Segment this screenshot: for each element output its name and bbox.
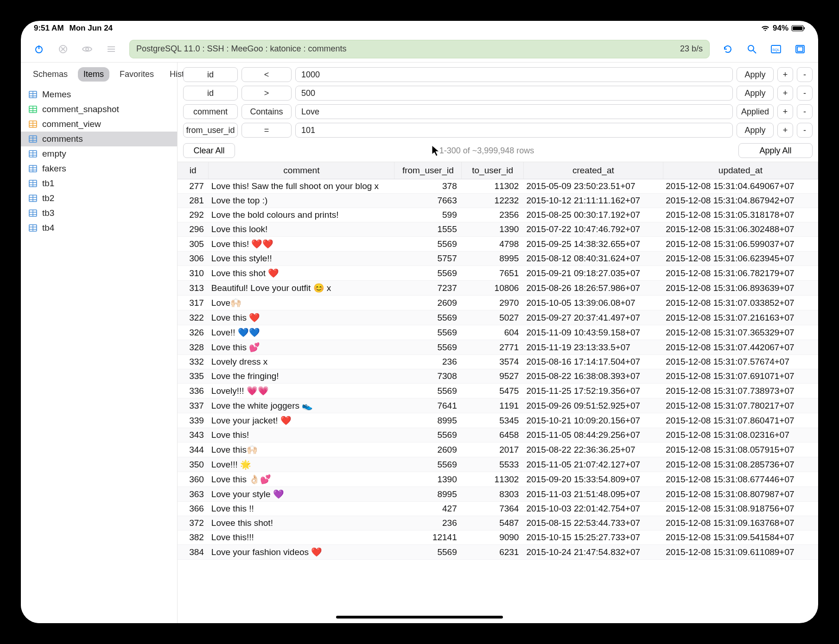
cell-from[interactable]: 2609: [394, 296, 462, 310]
filter-op-select[interactable]: Contains: [242, 104, 292, 119]
cell-to[interactable]: 5027: [462, 310, 524, 325]
cell-updated[interactable]: 2015-12-08 15:31:04.649067+07: [663, 179, 818, 194]
cell-created[interactable]: 2015-11-05 08:44:29.256+07: [523, 428, 663, 442]
cell-updated[interactable]: 2015-12-08 15:31:07.216163+07: [663, 310, 818, 325]
cell-id[interactable]: 360: [178, 472, 209, 487]
cell-created[interactable]: 2015-08-15 22:53:44.733+07: [523, 516, 663, 530]
cell-created[interactable]: 2015-08-16 17:14:17.504+07: [523, 355, 663, 369]
cell-from[interactable]: 5569: [394, 384, 462, 398]
cell-comment[interactable]: Love this !!: [209, 502, 394, 516]
cell-created[interactable]: 2015-07-22 10:47:46.792+07: [523, 222, 663, 237]
power-icon[interactable]: [29, 39, 49, 59]
table-row[interactable]: 296 Love this look! 1555 1390 2015-07-22…: [178, 222, 818, 237]
col-header-created[interactable]: created_at: [523, 162, 663, 179]
table-row[interactable]: 313 Beautiful! Love your outfit 😊 x 7237…: [178, 281, 818, 296]
col-header-from[interactable]: from_user_id: [394, 162, 462, 179]
cell-comment[interactable]: Love this style!!: [209, 252, 394, 266]
cell-from[interactable]: 8995: [394, 487, 462, 502]
filter-op-select[interactable]: <: [242, 67, 292, 82]
cell-updated[interactable]: 2015-12-08 15:31:07.691071+07: [663, 369, 818, 384]
cell-id[interactable]: 372: [178, 516, 209, 530]
tab-items[interactable]: Items: [78, 67, 109, 82]
cell-from[interactable]: 236: [394, 516, 462, 530]
cell-to[interactable]: 3574: [462, 355, 524, 369]
table-row[interactable]: 336 Lovely!!! 💗💗 5569 5475 2015-11-25 17…: [178, 384, 818, 398]
filter-remove-button[interactable]: -: [797, 123, 813, 138]
cell-created[interactable]: 2015-08-25 00:30:17.192+07: [523, 208, 663, 222]
cell-updated[interactable]: 2015-12-08 15:31:09.163768+07: [663, 516, 818, 530]
cell-comment[interactable]: Love this! ❤️❤️: [209, 237, 394, 252]
cell-updated[interactable]: 2015-12-08 15:31:09.541584+07: [663, 530, 818, 545]
cell-to[interactable]: 5533: [462, 457, 524, 472]
sidebar-item-tb1[interactable]: tb1: [21, 176, 177, 191]
filter-add-button[interactable]: +: [777, 123, 793, 138]
cell-comment[interactable]: Love this!!!: [209, 530, 394, 545]
cell-comment[interactable]: Beautiful! Love your outfit 😊 x: [209, 281, 394, 296]
cell-to[interactable]: 2356: [462, 208, 524, 222]
cell-id[interactable]: 305: [178, 237, 209, 252]
filter-remove-button[interactable]: -: [797, 86, 813, 101]
cell-updated[interactable]: 2015-12-08 15:31:07.738973+07: [663, 384, 818, 398]
cell-from[interactable]: 5569: [394, 237, 462, 252]
cell-comment[interactable]: Love your fashion videos ❤️: [209, 545, 394, 560]
table-row[interactable]: 360 Love this 👌🏻💕 1390 11302 2015-09-20 …: [178, 472, 818, 487]
filter-remove-button[interactable]: -: [797, 104, 813, 119]
cell-from[interactable]: 5569: [394, 428, 462, 442]
filter-field-select[interactable]: id: [183, 67, 238, 82]
cell-id[interactable]: 335: [178, 369, 209, 384]
cell-from[interactable]: 5569: [394, 457, 462, 472]
filter-value-input[interactable]: 1000: [295, 67, 733, 82]
cell-from[interactable]: 5569: [394, 266, 462, 281]
cell-comment[interactable]: Love the fringing!: [209, 369, 394, 384]
cell-updated[interactable]: 2015-12-08 15:31:08.02316+07: [663, 428, 818, 442]
table-row[interactable]: 281 Love the top :) 7663 12232 2015-10-1…: [178, 194, 818, 208]
cell-id[interactable]: 332: [178, 355, 209, 369]
breadcrumb[interactable]: PostgreSQL 11.0 : SSH : MeeGoo : katonic…: [129, 40, 710, 58]
cell-updated[interactable]: 2015-12-08 15:31:07.365329+07: [663, 325, 818, 340]
cell-to[interactable]: 1191: [462, 398, 524, 413]
cell-created[interactable]: 2015-10-12 21:11:11.162+07: [523, 194, 663, 208]
cell-created[interactable]: 2015-08-22 16:38:08.393+07: [523, 369, 663, 384]
cell-created[interactable]: 2015-11-09 10:43:59.158+07: [523, 325, 663, 340]
cell-created[interactable]: 2015-10-15 15:25:27.733+07: [523, 530, 663, 545]
cell-from[interactable]: 7308: [394, 369, 462, 384]
cell-from[interactable]: 7663: [394, 194, 462, 208]
table-row[interactable]: 306 Love this style!! 5757 8995 2015-08-…: [178, 252, 818, 266]
cell-id[interactable]: 337: [178, 398, 209, 413]
cell-created[interactable]: 2015-05-09 23:50:23.51+07: [523, 179, 663, 194]
cell-comment[interactable]: Love this look!: [209, 222, 394, 237]
cell-to[interactable]: 8303: [462, 487, 524, 502]
cell-id[interactable]: 382: [178, 530, 209, 545]
cell-updated[interactable]: 2015-12-08 15:31:06.782179+07: [663, 266, 818, 281]
cell-created[interactable]: 2015-09-20 15:33:54.809+07: [523, 472, 663, 487]
cell-updated[interactable]: 2015-12-08 15:31:06.599037+07: [663, 237, 818, 252]
cell-from[interactable]: 5569: [394, 545, 462, 560]
cell-created[interactable]: 2015-11-19 23:13:33.5+07: [523, 340, 663, 355]
cell-updated[interactable]: 2015-12-08 15:31:06.302488+07: [663, 222, 818, 237]
table-row[interactable]: 363 Love your style 💜 8995 8303 2015-11-…: [178, 487, 818, 502]
cell-comment[interactable]: Love🙌🏻: [209, 296, 394, 310]
cancel-icon[interactable]: [53, 39, 73, 59]
sidebar-item-fakers[interactable]: fakers: [21, 161, 177, 176]
cell-created[interactable]: 2015-08-12 08:40:31.624+07: [523, 252, 663, 266]
cell-from[interactable]: 12141: [394, 530, 462, 545]
cell-created[interactable]: 2015-10-24 21:47:54.832+07: [523, 545, 663, 560]
table-row[interactable]: 372 Lovee this shot! 236 5487 2015-08-15…: [178, 516, 818, 530]
cell-comment[interactable]: Love!! 💙💙: [209, 325, 394, 340]
cell-updated[interactable]: 2015-12-08 15:31:08.285736+07: [663, 457, 818, 472]
cell-created[interactable]: 2015-09-27 20:37:41.497+07: [523, 310, 663, 325]
cell-from[interactable]: 5569: [394, 325, 462, 340]
cell-updated[interactable]: 2015-12-08 15:31:08.807987+07: [663, 487, 818, 502]
cell-comment[interactable]: Lovee this shot!: [209, 516, 394, 530]
cell-updated[interactable]: 2015-12-08 15:31:08.918756+07: [663, 502, 818, 516]
cell-comment[interactable]: Love the bold colours and prints!: [209, 208, 394, 222]
cell-updated[interactable]: 2015-12-08 15:31:05.318178+07: [663, 208, 818, 222]
tab-favorites[interactable]: Favorites: [114, 67, 159, 82]
cell-to[interactable]: 9090: [462, 530, 524, 545]
cell-comment[interactable]: Love this🙌🏻: [209, 442, 394, 457]
cell-created[interactable]: 2015-09-26 09:51:52.925+07: [523, 398, 663, 413]
cell-from[interactable]: 2609: [394, 442, 462, 457]
filter-op-select[interactable]: >: [242, 86, 292, 101]
cell-id[interactable]: 384: [178, 545, 209, 560]
table-row[interactable]: 343 Love this! 5569 6458 2015-11-05 08:4…: [178, 428, 818, 442]
